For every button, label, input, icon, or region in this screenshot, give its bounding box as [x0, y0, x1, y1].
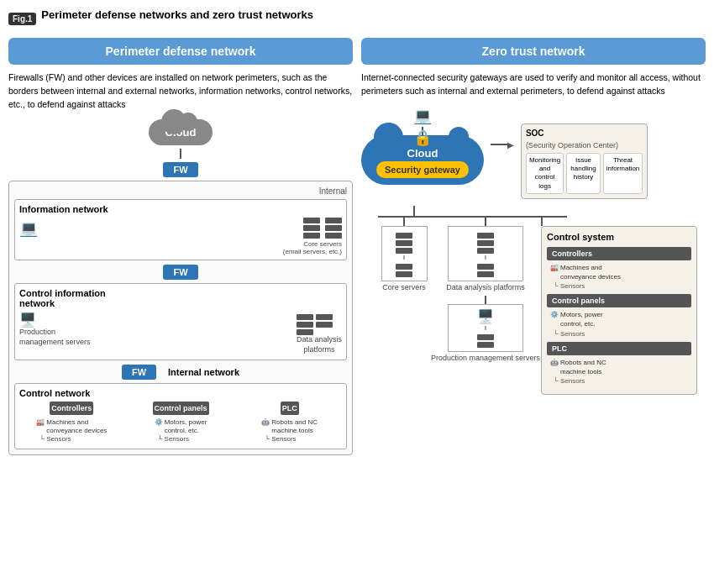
- right-data-analysis-label: Data analysis platforms: [446, 283, 525, 293]
- right-machine-icon: 🏭: [550, 263, 559, 272]
- right-plc-row: PLC: [547, 342, 691, 355]
- production-server-icon-right: 🖥️: [452, 308, 519, 324]
- robot-icon: 🤖: [261, 418, 270, 427]
- sensor-label-2: └ Sensors: [158, 435, 207, 444]
- right-laptop-icon: 💻: [413, 107, 432, 125]
- figure-label: Fig.1: [8, 13, 36, 25]
- soc-subtitle: (Security Operation Center): [526, 141, 643, 150]
- right-machine-label: Machines andconveyance devices: [560, 263, 621, 281]
- control-info-zone: Control informationnetwork 🖥️ Production…: [14, 283, 347, 360]
- cloud-label-right: Cloud: [376, 147, 469, 160]
- data-analysis-label: Data analysisplatforms: [297, 335, 342, 354]
- lock-icon: 🔒: [413, 129, 432, 147]
- middle-devices-col: Data analysis platforms 🖥️ Production ma…: [430, 218, 541, 364]
- main-vert-line-top: [413, 206, 415, 216]
- cloud-security-box: 🔒 Cloud Security gateway: [361, 135, 484, 185]
- fw1-badge: FW: [163, 162, 197, 177]
- right-sensor-1: └ Sensors: [554, 281, 691, 291]
- control-system-title: Control system: [547, 232, 691, 242]
- control-network-zone: Control network Controllers 🏭 Machines a…: [14, 383, 347, 449]
- right-core-server-icon: [396, 233, 412, 254]
- right-production-servers-label: Production management servers: [431, 354, 540, 364]
- data-analysis-icon2: [477, 264, 494, 277]
- cloud-label: Cloud: [165, 126, 197, 139]
- arrow-connector: ▶: [491, 140, 514, 150]
- right-robot-icon: 🤖: [550, 358, 559, 367]
- left-column: Perimeter defense network Firewalls (FW)…: [8, 38, 353, 455]
- soc-item-0: Monitoringand controllogs: [526, 153, 564, 195]
- cloud-area: Cloud: [8, 119, 353, 145]
- sensor-label-3: └ Sensors: [265, 435, 318, 444]
- internal-network-label: Internal network: [168, 367, 239, 377]
- core-server-icon2: [325, 218, 342, 239]
- internal-label: Internal: [14, 186, 347, 196]
- data-analysis-servers: [297, 314, 313, 335]
- security-gateway-label: Security gateway: [376, 161, 469, 178]
- motor-label: Motors, powercontrol, etc.: [165, 418, 207, 436]
- control-network-label: Control network: [19, 388, 342, 398]
- right-robot-label: Robots and NCmachine tools: [560, 358, 606, 376]
- motor-icon: ⚙️: [155, 418, 163, 427]
- info-network-label: Information network: [19, 204, 342, 214]
- right-control-panels-row: Control panels: [547, 294, 691, 307]
- info-network-zone: Information network 💻: [14, 199, 347, 260]
- control-panels-box: Control panels: [153, 402, 209, 415]
- machine-icon: 🏭: [36, 418, 45, 427]
- production-server-icon: 🖥️ Productionmanagement servers: [19, 312, 91, 347]
- laptop-icon: 💻: [19, 219, 38, 238]
- soc-box: SOC (Security Operation Center) Monitori…: [521, 123, 648, 200]
- right-controllers-row: Controllers: [547, 247, 691, 260]
- soc-item-1: Issuehandlinghistory: [566, 153, 600, 195]
- page-title: Perimeter defense networks and zero trus…: [41, 8, 313, 21]
- right-motor-icon: ⚙️: [550, 310, 559, 319]
- fw3-badge: FW: [122, 365, 156, 380]
- robot-label: Robots and NCmachine tools: [271, 418, 318, 436]
- core-server-icon: [303, 218, 320, 239]
- production-server-icon2-right: [477, 334, 494, 348]
- soc-title: SOC: [526, 129, 643, 138]
- controllers-box: Controllers: [50, 402, 93, 415]
- control-system-box: Control system Controllers 🏭 Machines an…: [541, 226, 697, 396]
- sensor-label-1: └ Sensors: [39, 435, 107, 444]
- core-servers-col: Core servers: [378, 218, 430, 293]
- control-info-label: Control informationnetwork: [19, 288, 342, 308]
- cloud-icon: Cloud: [149, 119, 213, 145]
- data-analysis-icon: [477, 233, 494, 254]
- soc-item-2: Threatinformation: [603, 153, 643, 195]
- right-description: Internet-connected security gateways are…: [361, 71, 706, 98]
- control-system-col: Control system Controllers 🏭 Machines an…: [541, 218, 697, 396]
- right-column: Zero trust network Internet-connected se…: [361, 38, 706, 455]
- right-section-header: Zero trust network: [361, 38, 706, 65]
- right-core-server-icon2: [396, 264, 412, 277]
- right-core-servers-label: Core servers: [382, 283, 426, 293]
- data-analysis-servers2: [316, 314, 333, 328]
- machine-label: Machines andconveyance devices: [46, 418, 107, 436]
- production-servers-label: Productionmanagement servers: [19, 328, 91, 347]
- soc-items: Monitoringand controllogs Issuehandlingh…: [526, 153, 643, 195]
- left-description: Firewalls (FW) and other devices are ins…: [8, 71, 353, 111]
- left-section-header: Perimeter defense network: [8, 38, 353, 65]
- plc-box: PLC: [281, 402, 299, 415]
- right-motor-label: Motors, powercontrol, etc.: [560, 310, 603, 328]
- fw2-badge: FW: [163, 265, 197, 280]
- right-sensor-3: └ Sensors: [554, 376, 691, 386]
- right-sensor-2: └ Sensors: [554, 329, 691, 339]
- core-servers-label: Core servers(email servers, etc.): [19, 240, 342, 255]
